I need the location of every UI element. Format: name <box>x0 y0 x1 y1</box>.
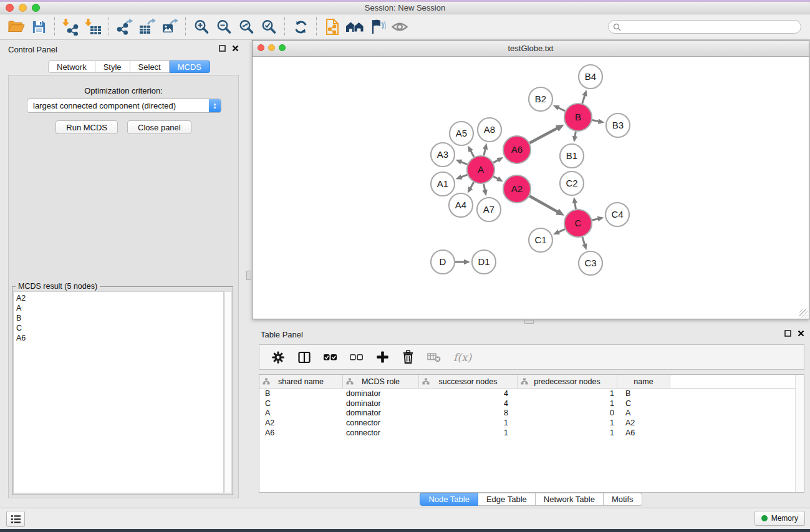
node-A6[interactable]: A6 <box>503 136 531 163</box>
network-window-titlebar[interactable]: testGlobe.txt <box>253 41 809 57</box>
edge-C-C4[interactable] <box>592 219 598 220</box>
float-panel-icon[interactable] <box>784 330 791 337</box>
zoom-selected-button[interactable] <box>258 16 280 37</box>
table-scrollbar[interactable] <box>795 375 804 492</box>
edge-C-C2[interactable] <box>575 203 576 210</box>
edge-B-B3[interactable] <box>592 120 599 122</box>
zoom-in-button[interactable] <box>190 16 213 37</box>
result-item[interactable]: A6 <box>16 333 223 343</box>
float-panel-icon[interactable] <box>219 45 226 52</box>
ndex-networks-button[interactable] <box>344 16 366 37</box>
export-image-button[interactable] <box>158 16 181 37</box>
criterion-dropdown[interactable]: largest connected component (directed) ▲… <box>27 99 221 113</box>
tab-node-table[interactable]: Node Table <box>420 493 478 506</box>
node-B1[interactable]: B1 <box>560 144 584 168</box>
edge-A-A5[interactable] <box>471 150 475 157</box>
new-network-button[interactable] <box>321 16 344 37</box>
result-item[interactable]: C <box>16 323 223 333</box>
node-B3[interactable]: B3 <box>606 114 630 137</box>
split-divider-horizontal-thumb[interactable] <box>524 320 534 324</box>
node-C2[interactable]: C2 <box>560 172 584 195</box>
deselect-all-columns-button[interactable] <box>350 351 364 364</box>
search-field[interactable] <box>608 20 801 34</box>
edge-C-C1[interactable] <box>558 229 565 232</box>
table-row[interactable]: Cdominator41C <box>259 399 804 409</box>
show-graphics-button[interactable] <box>388 16 411 37</box>
table-row[interactable]: Bdominator41B <box>259 389 804 399</box>
edge-C-C3[interactable] <box>582 237 585 244</box>
close-panel-icon[interactable] <box>798 330 804 337</box>
console-button[interactable] <box>6 511 25 527</box>
node-D[interactable]: D <box>431 250 455 274</box>
select-all-columns-button[interactable] <box>324 351 337 364</box>
column-header-successor-nodes[interactable]: successor nodes <box>419 375 518 388</box>
search-input[interactable] <box>624 22 796 32</box>
import-table-button[interactable] <box>82 16 104 37</box>
edge-A-A6[interactable] <box>493 160 498 162</box>
tab-select[interactable]: Select <box>130 60 170 73</box>
edge-A-A7[interactable] <box>484 184 485 191</box>
close-panel-button[interactable]: Close panel <box>127 120 191 134</box>
table-row[interactable]: A2connector11A2 <box>259 418 804 428</box>
table-settings-button[interactable] <box>271 351 285 364</box>
node-B2[interactable]: B2 <box>529 87 552 111</box>
column-header-predecessor-nodes[interactable]: predecessor nodes <box>518 375 617 388</box>
mcds-result-list[interactable]: A2ABCA6 <box>13 291 224 493</box>
close-panel-icon[interactable] <box>232 45 239 52</box>
node-A[interactable]: A <box>467 156 494 183</box>
edge-A-A2[interactable] <box>493 177 498 179</box>
node-A5[interactable]: A5 <box>450 122 473 145</box>
table-row[interactable]: A6connector11A6 <box>259 428 804 438</box>
run-mcds-button[interactable]: Run MCDS <box>55 120 118 134</box>
node-C3[interactable]: C3 <box>579 251 602 275</box>
edge-A-A8[interactable] <box>484 148 485 155</box>
node-C[interactable]: C <box>564 210 592 237</box>
delete-table-button[interactable] <box>427 351 441 363</box>
edge-A-A3[interactable] <box>461 162 468 164</box>
edge-A6-B[interactable] <box>529 128 557 143</box>
node-B4[interactable]: B4 <box>579 65 602 89</box>
hide-annotations-button[interactable] <box>366 16 388 37</box>
export-table-button[interactable] <box>136 16 158 37</box>
create-column-button[interactable] <box>376 351 389 364</box>
open-session-button[interactable] <box>5 16 27 37</box>
node-B[interactable]: B <box>564 104 592 131</box>
result-item[interactable]: A2 <box>16 293 223 303</box>
node-A1[interactable]: A1 <box>431 172 455 196</box>
tab-edge-table[interactable]: Edge Table <box>478 493 536 506</box>
edge-A2-C[interactable] <box>529 196 558 212</box>
tab-motifs[interactable]: Motifs <box>604 493 642 506</box>
toggle-columns-button[interactable] <box>297 351 311 364</box>
tab-style[interactable]: Style <box>95 60 130 73</box>
node-A2[interactable]: A2 <box>503 175 531 203</box>
zoom-fit-button[interactable] <box>235 16 258 37</box>
tab-network[interactable]: Network <box>48 60 95 73</box>
result-scrollbar[interactable] <box>224 291 232 493</box>
column-header-shared-name[interactable]: shared name <box>259 375 343 388</box>
resize-grip[interactable] <box>799 309 808 317</box>
memory-button[interactable]: Memory <box>755 511 805 526</box>
table-row[interactable]: Adominator80A <box>259 409 804 418</box>
split-divider-vertical-thumb[interactable] <box>246 271 251 280</box>
node-A4[interactable]: A4 <box>449 193 473 217</box>
function-builder-button[interactable]: f(x) <box>453 351 471 364</box>
edge-A-A1[interactable] <box>461 175 467 177</box>
node-A7[interactable]: A7 <box>477 198 501 221</box>
delete-column-button[interactable] <box>402 350 415 364</box>
column-header-mcds-role[interactable]: MCDS role <box>343 375 419 388</box>
edge-A-A4[interactable] <box>470 182 474 188</box>
node-A8[interactable]: A8 <box>478 118 501 142</box>
result-item[interactable]: A <box>16 303 223 313</box>
node-A3[interactable]: A3 <box>431 143 455 167</box>
node-C4[interactable]: C4 <box>605 203 629 226</box>
node-C1[interactable]: C1 <box>529 228 552 252</box>
zoom-out-button[interactable] <box>213 16 235 37</box>
import-network-button[interactable] <box>59 16 82 37</box>
node-D1[interactable]: D1 <box>472 250 496 274</box>
edge-B-B2[interactable] <box>558 107 565 111</box>
network-canvas-area[interactable]: B4B2BB3A5A8A6A3B1AA1C2A2A4A7C4CC1C3DD1 <box>253 57 809 319</box>
export-network-button[interactable] <box>113 16 136 37</box>
edge-B-B4[interactable] <box>582 95 585 104</box>
tab-mcds[interactable]: MCDS <box>170 60 210 73</box>
tab-network-table[interactable]: Network Table <box>536 493 604 506</box>
